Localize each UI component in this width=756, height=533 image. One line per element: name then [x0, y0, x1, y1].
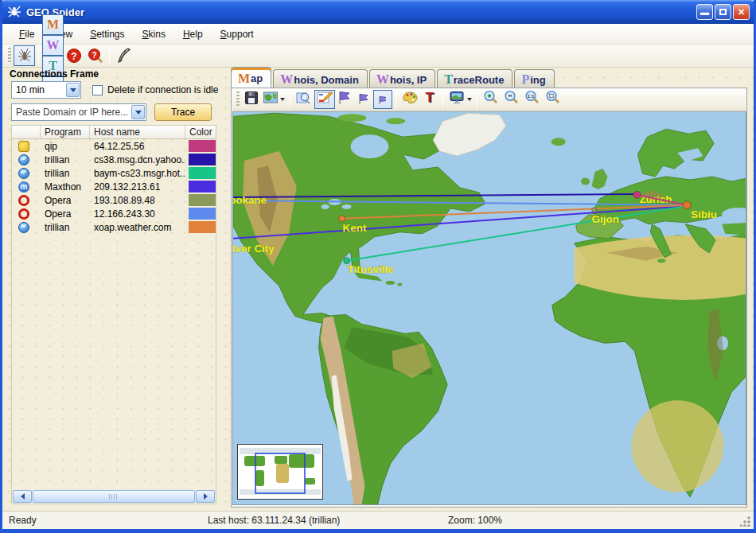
status-bar: Ready Last host: 63.111.24.34 (trillian)…: [2, 511, 754, 529]
column-header-Color[interactable]: Color: [185, 126, 216, 138]
tab-map[interactable]: Map: [231, 67, 271, 88]
flag-medium-button[interactable]: [354, 90, 373, 109]
quill-button[interactable]: [113, 45, 134, 66]
flag-small-button[interactable]: [373, 90, 392, 109]
tab-initial: W: [376, 72, 389, 87]
tab-whois-domain[interactable]: Whois, Domain: [273, 69, 368, 88]
minimize-button[interactable]: ▬: [696, 4, 713, 20]
map-toolbar-grip[interactable]: [236, 91, 240, 107]
column-header-Program[interactable]: Program: [41, 126, 90, 138]
city-label-titusville: Titusville: [348, 263, 395, 275]
tab-bar: MapWhois, DomainWhois, IPTraceRoutePing: [231, 67, 749, 88]
flag-small-icon: [376, 90, 389, 109]
spider-trace-button[interactable]: [14, 45, 35, 66]
close-button[interactable]: ✕: [733, 4, 750, 20]
menu-item-help[interactable]: Help: [174, 26, 212, 42]
whois-letter-button[interactable]: W: [42, 35, 64, 56]
help-search-button[interactable]: ?: [84, 45, 106, 66]
trillian-icon: [18, 154, 29, 165]
edit-map-button[interactable]: [314, 90, 335, 109]
map-letter-button[interactable]: M: [42, 14, 64, 35]
delete-idle-checkbox[interactable]: [92, 85, 103, 95]
trace-button[interactable]: Trace: [154, 103, 212, 121]
zoom-fit-icon: 1:1: [524, 89, 541, 110]
zoom-actual-button[interactable]: [543, 90, 563, 109]
host-location-dot: [339, 216, 345, 222]
menu-item-skins[interactable]: Skins: [134, 26, 174, 42]
program-cell: Opera: [41, 208, 90, 220]
scrollbar-thumb[interactable]: [33, 490, 195, 503]
connection-row[interactable]: Opera193.108.89.48: [12, 193, 216, 207]
help-button[interactable]: ?: [63, 45, 84, 66]
screen-icon: [448, 90, 466, 109]
connection-row[interactable]: Maxthon209.132.213.61: [12, 180, 216, 193]
map-picker-button[interactable]: [261, 90, 286, 109]
connection-row[interactable]: trillianxoap.weather.com: [12, 220, 216, 234]
program-cell: Opera: [41, 195, 90, 206]
zoom-out-button[interactable]: [501, 90, 522, 109]
flag-large-button[interactable]: [335, 90, 354, 109]
flag-medium-icon: [357, 90, 371, 109]
idle-interval-value: 10 min: [12, 84, 66, 95]
color-swatch: [189, 208, 216, 220]
menu-item-support[interactable]: Support: [212, 26, 263, 42]
toolbar-separator: [38, 48, 39, 64]
scroll-left-button[interactable]: [13, 490, 32, 503]
menu-item-file[interactable]: File: [10, 26, 43, 42]
connection-row[interactable]: Opera12.166.243.30: [12, 207, 216, 220]
column-header-icon[interactable]: [12, 126, 41, 138]
tab-content: TT1:1: [231, 88, 747, 508]
flag-large-icon: [337, 90, 353, 109]
world-map[interactable]: ZurichSpokaneSilver CityKentTitusvilleGi…: [232, 111, 746, 505]
zoom-in-button[interactable]: [481, 90, 501, 109]
connection-line: [233, 194, 637, 197]
idle-interval-select[interactable]: 10 min: [11, 81, 81, 99]
zoom-region-icon: [295, 90, 313, 109]
minimap[interactable]: [237, 444, 323, 500]
program-cell: trillian: [41, 154, 90, 165]
city-label-silver-city: Silver City: [233, 243, 275, 255]
tab-whois-ip[interactable]: Whois, IP: [369, 69, 435, 88]
qip-icon: [18, 141, 29, 152]
program-cell: trillian: [41, 168, 90, 179]
map-letter-button-letter: M: [47, 18, 59, 31]
tab-initial: T: [444, 72, 453, 87]
spider-icon: [17, 48, 33, 64]
toolbar-grip[interactable]: [8, 48, 11, 64]
connection-row[interactable]: qip64.12.25.56: [12, 139, 216, 153]
save-icon: [244, 90, 259, 109]
map-colors-button[interactable]: [399, 90, 420, 109]
column-header-Host name[interactable]: Host name: [90, 126, 185, 138]
zoom-region-button[interactable]: [294, 90, 314, 109]
host-input-placeholder: Paste Domain or IP here...: [12, 107, 131, 118]
chevron-down-icon[interactable]: [131, 105, 145, 119]
maxthon-icon: [18, 181, 29, 193]
resize-grip[interactable]: [740, 516, 750, 527]
map-toolbar-separator: [290, 91, 290, 108]
opera-icon: [18, 194, 30, 207]
main-toolbar: MWTP ? ?: [2, 45, 754, 68]
chevron-down-icon[interactable]: [66, 83, 80, 97]
zoom-fit-button[interactable]: 1:1: [522, 90, 543, 109]
menu-item-settings[interactable]: Settings: [81, 26, 133, 42]
tab-initial: M: [238, 72, 250, 86]
host-input-combo[interactable]: Paste Domain or IP here...: [11, 103, 146, 121]
host-location-dot: [633, 191, 641, 198]
connection-row[interactable]: trilliancs38.msg.dcn.yahoo...: [12, 153, 216, 166]
screen-mode-button[interactable]: [446, 90, 473, 109]
zoom-out-icon: [503, 89, 520, 110]
tab-traceroute[interactable]: TraceRoute: [437, 69, 512, 88]
connection-row[interactable]: trillianbaym-cs23.msgr.hot...: [12, 166, 216, 180]
map-font-button[interactable]: TT: [420, 90, 439, 109]
color-swatch: [189, 181, 216, 193]
maximize-button[interactable]: [715, 4, 731, 20]
tab-label: hois, Domain: [294, 74, 359, 86]
svg-text:T: T: [425, 90, 434, 105]
zoom-in-icon: [482, 89, 500, 110]
tab-ping[interactable]: Ping: [514, 69, 554, 88]
connections-frame: Connections Frame 10 min Delete if conne…: [8, 68, 224, 508]
city-label-sibiu: Sibiu: [691, 208, 717, 220]
scroll-right-button[interactable]: [196, 490, 215, 503]
color-swatch: [189, 194, 216, 206]
save-map-button[interactable]: [242, 90, 261, 109]
